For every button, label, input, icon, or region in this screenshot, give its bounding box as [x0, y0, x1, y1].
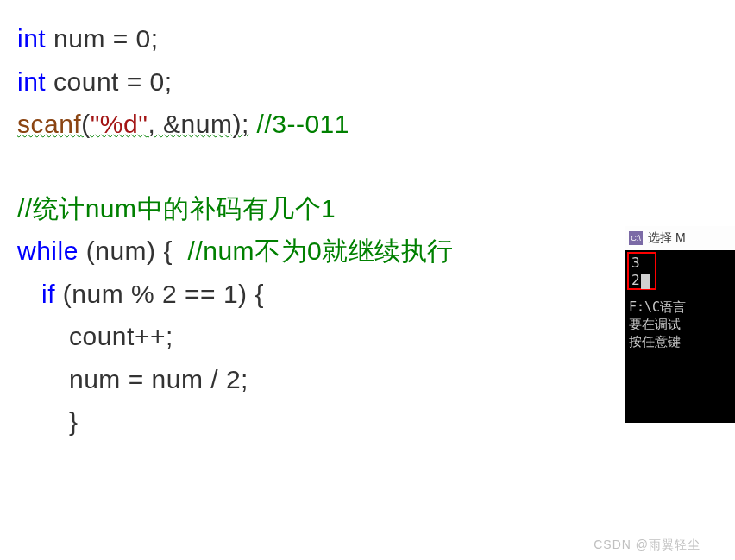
console-output-2-text: 2 [631, 272, 640, 288]
code-text: (num % 2 == 1) { [55, 280, 264, 308]
console-body: 3 2 F:\C语言 要在调试 按任意键 [625, 250, 735, 423]
code-text: } [69, 407, 79, 436]
code-line-2: int count = 0; [17, 60, 735, 104]
console-title-bar: C:\ 选择 M [625, 226, 735, 250]
console-title: 选择 M [648, 230, 686, 246]
function-scanf: scanf [17, 110, 81, 138]
comment: //统计num中的补码有几个1 [17, 194, 336, 223]
console-output-1: 3 [631, 255, 652, 272]
keyword-if: if [41, 280, 55, 308]
code-line-4: //统计num中的补码有几个1 [17, 187, 735, 230]
console-text-1: F:\C语言 [629, 299, 732, 316]
comment: //num不为0就继续执行 [188, 236, 454, 265]
highlight-box: 3 2 [627, 252, 656, 290]
args-rest: , &num); [148, 110, 248, 138]
code-text: num = 0; [46, 24, 158, 53]
console-text-3: 按任意键 [629, 333, 732, 350]
code-text: count = 0; [46, 67, 172, 96]
code-text: (num) { [79, 236, 188, 265]
console-output-2: 2 [631, 272, 652, 289]
paren-open: ( [81, 110, 91, 138]
watermark: CSDN @雨翼轻尘 [594, 538, 700, 553]
blank-line [17, 146, 735, 187]
console-window: C:\ 选择 M 3 2 F:\C语言 要在调试 按任意键 [625, 226, 735, 425]
string-literal: "%d" [91, 110, 148, 138]
keyword-int: int [17, 67, 46, 96]
code-line-1: int num = 0; [17, 17, 735, 60]
comment: //3--011 [249, 110, 349, 138]
console-text-2: 要在调试 [629, 316, 732, 333]
keyword-while: while [17, 236, 79, 265]
keyword-int: int [17, 24, 46, 53]
console-icon: C:\ [629, 231, 643, 245]
code-text: count++; [69, 322, 173, 350]
code-line-3: scanf("%d", &num); //3--011 [17, 103, 735, 146]
cursor-icon [641, 274, 650, 289]
code-text: num = num / 2; [69, 365, 248, 393]
console-message: F:\C语言 要在调试 按任意键 [629, 299, 732, 350]
